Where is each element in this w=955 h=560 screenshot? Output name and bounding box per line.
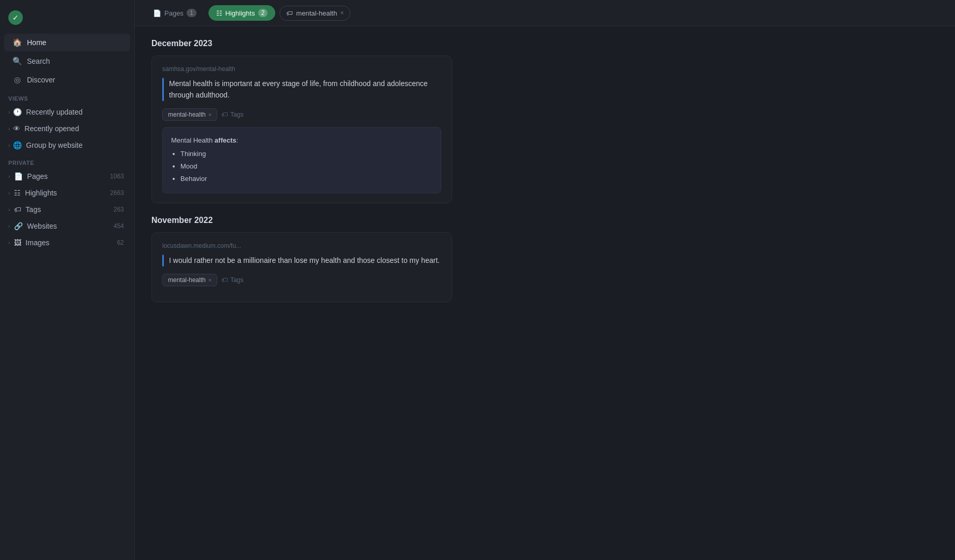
chevron-icon: › <box>8 109 10 115</box>
highlight-card-1: locusdawn.medium.com/fu... I would rathe… <box>151 232 452 302</box>
tag-filter-label: mental-health <box>296 9 337 17</box>
chevron-icon: › <box>8 126 10 132</box>
view-item-left: 🕐 Recently updated <box>13 108 82 116</box>
recently-opened-icon: 👁 <box>13 124 20 133</box>
date-label-nov: November 2022 <box>151 216 938 225</box>
websites-label: Websites <box>27 222 57 230</box>
chevron-icon: › <box>8 240 10 246</box>
search-icon: 🔍 <box>12 57 22 66</box>
sidebar-item-highlights[interactable]: › ☷ Highlights 2663 <box>4 185 130 201</box>
card-quote-0: Mental health is important at every stag… <box>162 78 441 101</box>
card-url-1: locusdawn.medium.com/fu... <box>162 242 441 249</box>
note-item-behavior: Behavior <box>180 173 432 185</box>
card-url-0: samhsa.gov/mental-health <box>162 65 441 73</box>
sidebar-item-group-by-website[interactable]: › 🌐 Group by website <box>4 137 130 153</box>
sidebar-item-discover-label: Discover <box>27 76 55 84</box>
main-area: 📄 Pages 1 ☷ Highlights 2 🏷 mental-health… <box>135 0 955 560</box>
tab-highlights[interactable]: ☷ Highlights 2 <box>208 5 276 21</box>
images-left: › 🖼 Images <box>8 239 49 247</box>
add-tag-button-0[interactable]: 🏷 Tags <box>221 111 243 118</box>
tag-chip-label: mental-health <box>168 111 206 118</box>
tag-filter-close[interactable]: × <box>340 9 344 17</box>
tags-label: Tags <box>25 205 41 214</box>
card-quote-1: I would rather not be a millionaire than… <box>162 255 441 266</box>
pages-left: › 📄 Pages <box>8 172 48 180</box>
websites-left: › 🔗 Websites <box>8 222 57 230</box>
view-item-left: 🌐 Group by website <box>13 141 82 149</box>
pages-tab-count: 1 <box>187 9 196 17</box>
tag-chip-remove[interactable]: × <box>208 277 212 283</box>
view-item-left: 👁 Recently opened <box>13 124 79 133</box>
card-tags-1: mental-health × 🏷 Tags <box>162 274 441 286</box>
add-tag-label: Tags <box>230 276 243 284</box>
sidebar-item-recently-opened[interactable]: › 👁 Recently opened <box>4 121 130 136</box>
highlights-tab-icon: ☷ <box>216 9 222 17</box>
sidebar: ✓ 🏠 Home 🔍 Search ◎ Discover Views › 🕐 R… <box>0 0 135 560</box>
add-tag-label: Tags <box>230 111 243 118</box>
card-note-box-0: Mental Health affects: Thinking Mood Beh… <box>162 127 441 193</box>
sidebar-item-pages[interactable]: › 📄 Pages 1063 <box>4 169 130 184</box>
tag-chip-remove[interactable]: × <box>208 111 212 118</box>
chevron-icon: › <box>8 174 10 179</box>
sidebar-item-websites[interactable]: › 🔗 Websites 454 <box>4 218 130 234</box>
tags-icon: 🏷 <box>14 205 21 214</box>
pages-tab-label: Pages <box>164 9 184 17</box>
highlights-icon: ☷ <box>14 189 21 197</box>
websites-icon: 🔗 <box>14 222 23 230</box>
pages-icon: 📄 <box>14 172 23 180</box>
images-count: 62 <box>117 239 124 246</box>
tag-icon: 🏷 <box>221 111 228 118</box>
sidebar-item-home-label: Home <box>27 38 46 47</box>
sidebar-item-search-label: Search <box>27 57 50 65</box>
views-section-label: Views <box>0 89 134 104</box>
tags-count: 263 <box>114 206 124 213</box>
tabs-bar: 📄 Pages 1 ☷ Highlights 2 🏷 mental-health… <box>135 0 955 26</box>
note-bold: affects <box>215 136 236 144</box>
tag-chip-label: mental-health <box>168 276 206 284</box>
group-by-website-label: Group by website <box>26 141 82 149</box>
chevron-icon: › <box>8 190 10 196</box>
recently-updated-icon: 🕐 <box>13 108 22 116</box>
date-section-nov-2022: November 2022 locusdawn.medium.com/fu...… <box>151 216 938 302</box>
pages-count: 1063 <box>110 173 124 180</box>
pages-label: Pages <box>27 172 48 180</box>
logo-icon: ✓ <box>8 10 23 25</box>
quote-bar <box>162 78 164 101</box>
images-icon: 🖼 <box>14 239 21 247</box>
highlight-card-0: samhsa.gov/mental-health Mental health i… <box>151 55 452 203</box>
quote-bar <box>162 255 164 266</box>
sidebar-item-home[interactable]: 🏠 Home <box>4 34 130 51</box>
note-item-mood: Mood <box>180 161 432 172</box>
note-list: Thinking Mood Behavior <box>180 148 432 185</box>
chevron-icon: › <box>8 223 10 229</box>
highlights-tab-label: Highlights <box>226 9 255 17</box>
chevron-icon: › <box>8 207 10 213</box>
date-label-dec: December 2023 <box>151 39 938 48</box>
content-area: December 2023 samhsa.gov/mental-health M… <box>135 26 955 560</box>
note-item-thinking: Thinking <box>180 148 432 160</box>
tag-chip-mental-health-2[interactable]: mental-health × <box>162 274 217 286</box>
tag-icon: 🏷 <box>221 276 228 284</box>
date-section-dec-2023: December 2023 samhsa.gov/mental-health M… <box>151 39 938 203</box>
tab-pages[interactable]: 📄 Pages 1 <box>145 5 204 21</box>
chevron-icon: › <box>8 143 10 148</box>
discover-icon: ◎ <box>12 75 22 85</box>
highlights-label: Highlights <box>25 189 57 197</box>
tag-filter-tab[interactable]: 🏷 mental-health × <box>279 6 350 21</box>
tag-filter-icon: 🏷 <box>286 9 293 17</box>
sidebar-item-discover[interactable]: ◎ Discover <box>4 71 130 89</box>
quote-text-1: I would rather not be a millionaire than… <box>169 255 440 266</box>
quote-text-0: Mental health is important at every stag… <box>169 78 441 101</box>
sidebar-item-tags[interactable]: › 🏷 Tags 263 <box>4 202 130 217</box>
note-suffix: : <box>236 136 238 144</box>
app-logo: ✓ <box>0 6 134 33</box>
sidebar-item-search[interactable]: 🔍 Search <box>4 52 130 70</box>
sidebar-item-recently-updated[interactable]: › 🕐 Recently updated <box>4 104 130 120</box>
highlights-count: 2663 <box>110 189 124 197</box>
highlights-tab-count: 2 <box>258 9 268 17</box>
add-tag-button-1[interactable]: 🏷 Tags <box>221 276 243 284</box>
sidebar-item-images[interactable]: › 🖼 Images 62 <box>4 235 130 250</box>
card-tags-0: mental-health × 🏷 Tags <box>162 108 441 121</box>
tag-chip-mental-health[interactable]: mental-health × <box>162 108 217 121</box>
private-section-label: Private <box>0 153 134 168</box>
